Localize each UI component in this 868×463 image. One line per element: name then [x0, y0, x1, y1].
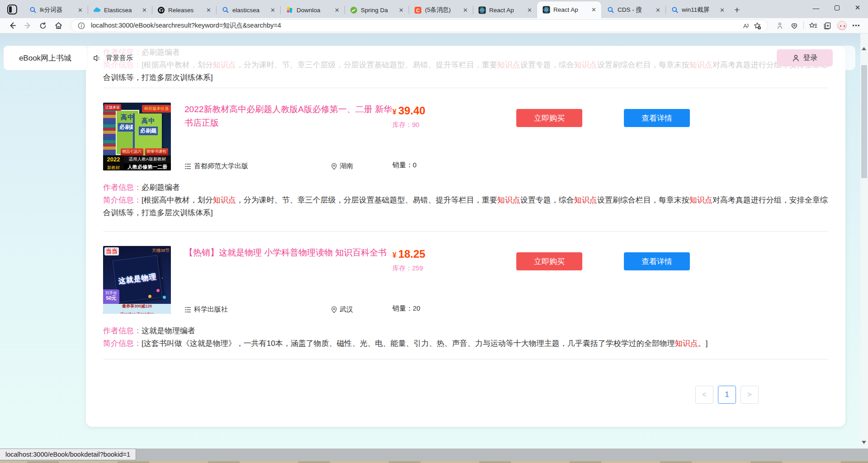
settings-menu-icon[interactable]: ⋯ — [849, 19, 863, 32]
book-title-link[interactable]: 2022新教材高中必刷题人教版A版必修第一、二册 新华书店正版 — [184, 103, 392, 130]
author-info-line: 作者信息：必刷题编者 — [103, 181, 828, 194]
profile-avatar[interactable] — [835, 19, 849, 32]
location-pin-icon — [331, 306, 337, 313]
tab-close-icon[interactable]: ✕ — [141, 7, 148, 14]
tab-close-icon[interactable]: ✕ — [462, 7, 469, 14]
view-details-button[interactable]: 查看详情 — [624, 252, 690, 270]
favorites-icon[interactable] — [806, 19, 820, 32]
search-results-card: 作者信息：必刷题编者 简介信息：[根据高中教材，划分知识点，分为课时、节、章三个… — [86, 46, 845, 427]
tab-elasticsearch[interactable]: elasticsea ✕ — [216, 2, 280, 18]
author-value: 必刷题编者 — [142, 183, 180, 192]
book-cover-image[interactable]: 高中必刷题 高中必刷题 正版承诺 科目版本任选 赠品七选六附带书课包 适用人教A… — [103, 103, 171, 170]
tab-github-releases[interactable]: Releases ✕ — [152, 2, 216, 18]
list-icon — [184, 163, 191, 170]
window-controls: — ✕ — [806, 0, 868, 15]
buy-now-button[interactable]: 立即购买 — [516, 109, 582, 127]
prev-page-button[interactable]: < — [695, 386, 713, 404]
background-music-toggle[interactable]: 背景音乐 — [93, 54, 133, 62]
intro-info-line: 简介信息：[根据高中教材，划分知识点，分为课时、节、章三个层级，分层设置基础题型… — [103, 194, 828, 219]
book-author-intro: 作者信息：这就是物理编者 简介信息：[这套书叫做《这就是物理》，一共有10本，涵… — [103, 325, 828, 350]
tab-downloads-elastic[interactable]: Downloa ✕ — [280, 2, 344, 18]
author-label: 作者信息： — [103, 326, 142, 335]
stock-info: 库存：90 — [392, 121, 510, 129]
desktop-edge-strip — [0, 461, 868, 463]
back-button[interactable] — [5, 19, 20, 32]
tab-close-icon[interactable]: ✕ — [654, 7, 662, 14]
tab-label: lk分词器 — [40, 6, 73, 14]
tab-ik-tokenizer[interactable]: lk分词器 ✕ — [24, 2, 88, 18]
page-scrollbar[interactable] — [860, 33, 868, 448]
tab-label: Downloa — [297, 7, 330, 14]
tab-label: Releases — [168, 7, 202, 14]
intro-value: [这套书叫做《这就是物理》，一共有10本，涵盖了物质、磁性、光、电、能量、引力、… — [142, 339, 708, 348]
browser-essentials-icon[interactable] — [787, 19, 802, 32]
site-info-icon[interactable] — [75, 20, 87, 31]
intro-label: 简介信息： — [103, 339, 142, 348]
tab-win11-screenshot[interactable]: win11截屏 ✕ — [665, 2, 730, 18]
minimize-button[interactable]: — — [806, 0, 826, 15]
tab-react-app-active[interactable]: React Ap ✕ — [537, 1, 601, 18]
tab-elasticsearch-cloud[interactable]: Elasticsea ✕ — [88, 2, 152, 18]
next-page-button[interactable]: > — [741, 386, 759, 404]
workspaces-icon[interactable] — [7, 5, 17, 14]
collections-icon[interactable] — [820, 19, 835, 32]
refresh-button[interactable] — [35, 19, 51, 32]
close-window-button[interactable]: ✕ — [847, 0, 868, 15]
cover-stamp: 正版承诺 — [104, 104, 121, 111]
browser-toolbar: localhost:3000/eBook/searchresult?keywor… — [0, 18, 868, 33]
new-tab-button[interactable]: + — [734, 5, 740, 14]
url-text[interactable]: localhost:3000/eBook/searchresult?keywor… — [91, 21, 740, 30]
address-bar[interactable]: localhost:3000/eBook/searchresult?keywor… — [71, 19, 768, 32]
tab-close-icon[interactable]: ✕ — [333, 7, 341, 14]
read-aloud-icon[interactable]: A — [740, 20, 751, 31]
csdn-icon: C — [414, 6, 422, 14]
tab-label: CDS - 搜 — [618, 6, 651, 14]
page-1-button[interactable]: 1 — [718, 386, 736, 404]
site-logo[interactable]: eBook网上书城 — [4, 46, 87, 70]
book-result-row: 这就是物理 当当 天猫38节 到手价50元 叠券享300减120满99减10 满… — [103, 232, 828, 314]
maximize-button[interactable] — [826, 0, 847, 15]
book-cover-image[interactable]: 这就是物理 当当 天猫38节 到手价50元 叠券享300减120满99减10 满… — [103, 246, 171, 314]
login-button[interactable]: 登录 — [777, 49, 833, 66]
price-column: ¥39.40 库存：90 销量：0 — [392, 103, 510, 170]
publisher: 首都师范大学出版 — [184, 162, 331, 170]
book-title-link[interactable]: 【热销】这就是物理 小学科普物理读物 知识百科全书 — [184, 246, 392, 260]
scrollbar-thumb[interactable] — [861, 65, 867, 178]
add-favorite-icon[interactable] — [751, 20, 763, 31]
tab-spring-data[interactable]: Spring Da ✕ — [344, 2, 409, 18]
split-screen-icon[interactable] — [773, 19, 787, 32]
tab-csdn-messages[interactable]: C (5条消息) ✕ — [409, 2, 473, 18]
cover-strip: 人教必修第一二册 — [124, 163, 171, 170]
spring-leaf-icon — [350, 6, 358, 14]
view-details-button[interactable]: 查看详情 — [624, 109, 690, 127]
tab-close-icon[interactable]: ✕ — [205, 7, 212, 14]
tab-react-app[interactable]: React Ap ✕ — [473, 2, 537, 18]
cover-decoration — [162, 278, 163, 279]
status-link-tooltip: localhost:3000/eBook/bookdetail?bookid=1 — [0, 449, 136, 460]
forward-button[interactable] — [20, 19, 35, 32]
cover-decoration — [148, 295, 151, 298]
tab-close-icon[interactable]: ✕ — [269, 7, 277, 14]
tab-close-icon[interactable]: ✕ — [526, 7, 533, 14]
home-button[interactable] — [51, 19, 66, 32]
tab-close-icon[interactable]: ✕ — [590, 6, 598, 13]
tab-close-icon[interactable]: ✕ — [397, 7, 405, 14]
toolbar-separator — [803, 22, 804, 30]
buy-now-button[interactable]: 立即购买 — [516, 252, 582, 270]
tab-close-icon[interactable]: ✕ — [718, 7, 726, 14]
book-info: 2022新教材高中必刷题人教版A版必修第一、二册 新华书店正版 首都师范大学出版… — [184, 103, 392, 170]
author-info-line: 作者信息：这就是物理编者 — [103, 325, 828, 337]
tab-label: (5条消息) — [425, 6, 458, 14]
row-divider — [103, 359, 828, 359]
scroll-up-arrow[interactable] — [862, 47, 866, 50]
elastic-logo-icon — [286, 6, 293, 14]
cover-book-box: 这就是物理 — [113, 255, 163, 302]
cover-badge: 天猫38节 — [152, 248, 170, 254]
tab-close-icon[interactable]: ✕ — [76, 7, 84, 14]
stock-info: 库存：259 — [392, 264, 510, 273]
tab-cds-search[interactable]: CDS - 搜 ✕ — [601, 2, 665, 18]
scroll-down-arrow[interactable] — [862, 441, 866, 444]
search-icon — [222, 6, 229, 14]
react-icon — [542, 6, 550, 14]
location: 武汉 — [331, 305, 353, 314]
